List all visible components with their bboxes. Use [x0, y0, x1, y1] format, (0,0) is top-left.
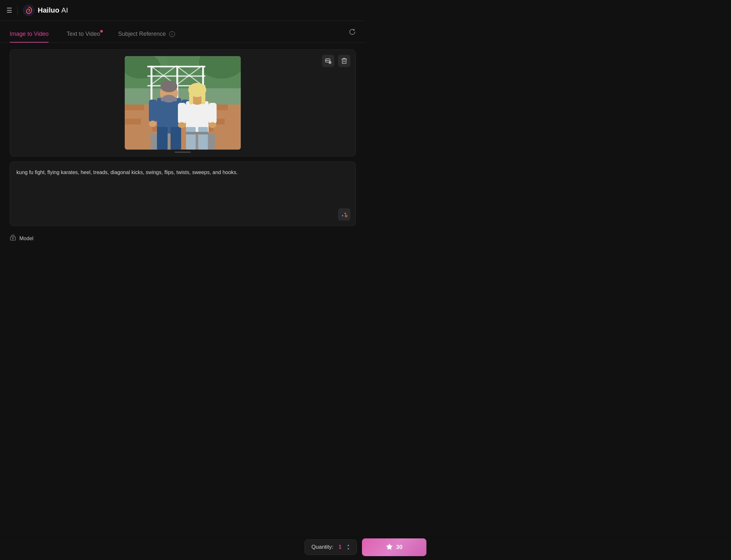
- model-icon: [10, 234, 16, 242]
- refresh-button[interactable]: [349, 28, 356, 42]
- svg-rect-42: [215, 126, 234, 132]
- brand-name: Hailuo AI: [38, 6, 68, 15]
- menu-icon[interactable]: ☰: [6, 6, 12, 14]
- nav-tabs: Image to Video Text to Video Subject Ref…: [0, 21, 366, 43]
- app-header: ☰ Hailuo AI: [0, 0, 366, 21]
- svg-rect-64: [209, 103, 217, 124]
- svg-rect-21: [125, 104, 144, 110]
- svg-rect-37: [226, 119, 241, 124]
- svg-rect-26: [228, 104, 241, 110]
- uploaded-image: [125, 56, 241, 150]
- subject-reference-info-icon[interactable]: i: [169, 31, 175, 37]
- svg-point-69: [346, 216, 347, 216]
- model-label: Model: [19, 236, 34, 241]
- prompt-text: kung fu fight, flying karates, heel, tre…: [16, 168, 349, 177]
- text-to-video-badge: [100, 30, 103, 33]
- replace-image-icon: [325, 58, 331, 64]
- svg-rect-63: [178, 103, 186, 124]
- image-upload-area: [10, 49, 356, 156]
- svg-rect-50: [161, 97, 177, 101]
- main-content: kung fu fight, flying karates, heel, tre…: [0, 43, 366, 252]
- svg-rect-61: [189, 90, 193, 104]
- enhance-icon: [341, 211, 348, 218]
- enhance-prompt-button[interactable]: [338, 208, 351, 221]
- model-section: Model: [10, 231, 356, 246]
- svg-rect-67: [186, 132, 209, 134]
- image-action-icons: [322, 55, 351, 67]
- svg-point-0: [23, 5, 34, 16]
- header-divider: [17, 6, 18, 15]
- svg-point-51: [161, 81, 177, 92]
- tab-text-to-video[interactable]: Text to Video: [58, 27, 109, 43]
- delete-image-button[interactable]: [338, 55, 351, 67]
- replace-image-button[interactable]: [322, 55, 334, 67]
- svg-point-66: [209, 122, 216, 128]
- prompt-area[interactable]: kung fu fight, flying karates, heel, tre…: [10, 162, 356, 226]
- svg-rect-52: [149, 100, 157, 122]
- scroll-indicator: [175, 152, 191, 153]
- svg-rect-38: [131, 126, 151, 132]
- hailuo-logo-icon: [23, 5, 35, 16]
- svg-point-54: [149, 121, 157, 127]
- svg-rect-32: [125, 119, 141, 124]
- svg-rect-58: [198, 127, 208, 150]
- svg-rect-31: [218, 112, 238, 117]
- prompt-actions: [338, 208, 351, 221]
- delete-image-icon: [341, 58, 347, 64]
- svg-point-65: [178, 122, 186, 128]
- svg-rect-4: [342, 59, 346, 64]
- svg-rect-57: [186, 127, 196, 150]
- svg-rect-14: [147, 75, 205, 77]
- svg-rect-47: [171, 127, 181, 150]
- svg-rect-62: [202, 90, 205, 104]
- tab-image-to-video[interactable]: Image to Video: [10, 27, 58, 43]
- tab-subject-reference[interactable]: Subject Reference i: [109, 27, 184, 43]
- svg-rect-46: [157, 127, 168, 150]
- svg-point-71: [12, 238, 14, 239]
- logo-area: Hailuo AI: [23, 5, 68, 16]
